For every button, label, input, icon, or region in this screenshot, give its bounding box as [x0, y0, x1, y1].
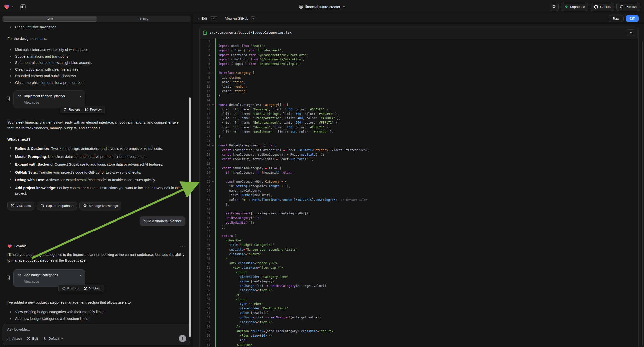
view-code-link[interactable]: View code [24, 100, 81, 104]
restore-button[interactable]: Restore [62, 286, 79, 290]
code-line: 37 }; [200, 202, 638, 206]
code-line: 56 className="flex-1" [200, 288, 638, 292]
code-line: 51 <div className="flex gap-4"> [200, 265, 638, 270]
fold-chevron-icon [210, 143, 215, 148]
gear-icon: ⚙ [552, 4, 556, 10]
publish-button[interactable]: Publish [616, 3, 640, 11]
exit-button[interactable]: ‹ Exit ESC [198, 16, 217, 21]
file-header[interactable]: src/components/budget/BudgetCategories.t… [200, 27, 638, 38]
code-line: 67 Add [200, 338, 638, 342]
line-number: 55 [200, 284, 210, 288]
chat-scrollbar[interactable] [189, 97, 191, 337]
fold-chevron-icon [210, 180, 215, 184]
code-line: 25 const [categories, setCategories] = R… [200, 148, 638, 152]
diff-toggle-button[interactable]: Diff [626, 15, 638, 22]
code-line: 33 id: String(categories.length + 1), [200, 184, 638, 188]
lovable-menu-button[interactable] [4, 4, 10, 10]
external-link-icon [85, 108, 88, 111]
card-actions-pill: Restore Preview [58, 284, 104, 292]
project-switcher[interactable]: financial-future-creator [299, 0, 345, 14]
mode-selector[interactable]: Default [43, 336, 63, 340]
preview-button[interactable]: Preview [84, 286, 100, 290]
line-number: 54 [200, 279, 210, 284]
code-line: 35 limit: Number(newLimit), [200, 193, 638, 198]
code-line: 64 /> [200, 324, 638, 329]
bookmark-icon[interactable] [6, 275, 10, 280]
code-line: 29 const handleAddCategory = () => { [200, 166, 638, 170]
user-message-bubble: build a financial planner [140, 216, 186, 226]
chevron-left-icon: ‹ [198, 16, 200, 21]
tab-chat[interactable]: Chat [3, 16, 97, 22]
code-line: 11 limit: number; [200, 84, 638, 89]
line-number: 52 [200, 270, 210, 274]
code-line: 40 setNewCategory(''); [200, 216, 638, 220]
whats-next-heading: What's next? [8, 137, 186, 142]
sidebar-toggle-button[interactable] [20, 4, 26, 10]
chat-input[interactable] [7, 327, 187, 332]
list-item: Soft, neutral color palette with light b… [8, 61, 186, 65]
line-number: 47 [200, 248, 210, 252]
github-button[interactable]: GitHub [591, 3, 614, 11]
line-number: 35 [200, 193, 210, 198]
line-number: 24 [200, 143, 210, 148]
code-line: 26 const [newCategory, setNewCategory] =… [200, 152, 638, 157]
edit-button[interactable]: Edit [27, 336, 38, 340]
tab-history[interactable]: History [97, 16, 190, 22]
implement-financial-planner-card[interactable]: <> Implement financial planner › View co… [14, 90, 85, 108]
list-item: Rounded corners and subtle shadows [8, 74, 186, 78]
list-item: View existing budget categories with the… [8, 310, 186, 314]
manage-knowledge-button[interactable]: Manage knowledge [80, 202, 122, 210]
sliders-icon [43, 337, 47, 340]
raw-toggle-button[interactable]: Raw [609, 15, 624, 22]
code-line: 48 className="h-auto" [200, 252, 638, 256]
bookmark-icon[interactable] [6, 96, 10, 101]
code-editor[interactable]: 12import React from 'react';3import { Pl… [200, 38, 638, 347]
code-line: 42 }; [200, 225, 638, 229]
top-bar: financial-future-creator ⚙ Supabase GitH… [0, 0, 644, 14]
code-line: 23 [200, 139, 638, 143]
collapse-file-button[interactable] [627, 29, 635, 36]
line-number: 15 [200, 102, 210, 107]
visit-docs-button[interactable]: Visit docs [8, 202, 34, 210]
restore-icon [64, 108, 67, 111]
line-number: 16 [200, 107, 210, 112]
list-item: Glass-morphic elements for a premium fee… [8, 81, 186, 85]
attach-button[interactable]: Attach [7, 336, 22, 340]
view-code-link[interactable]: View code [24, 280, 81, 283]
preview-button[interactable]: Preview [85, 108, 102, 111]
code-line: 41 setNewLimit(''); [200, 220, 638, 225]
code-line: 44 return ( [200, 234, 638, 238]
chat-message-list[interactable]: Clean, intuitive navigation For the desi… [0, 22, 193, 322]
quick-action-buttons: Visit docsExplore SupabaseManage knowled… [8, 202, 186, 210]
line-number: 45 [200, 238, 210, 243]
list-item: GitHub Sync: Transfer your project's cod… [8, 170, 186, 175]
line-number: 2 [200, 44, 210, 48]
code-line: 14 [200, 98, 638, 102]
publish-globe-icon [620, 5, 624, 9]
line-number: 34 [200, 188, 210, 193]
line-number: 36 [200, 198, 210, 202]
line-number: 27 [200, 157, 210, 161]
line-number: 28 [200, 161, 210, 166]
code-line: 45 <ChartCard [200, 238, 638, 243]
send-button[interactable] [179, 335, 186, 342]
diff-added-gutter-bar [215, 38, 216, 347]
explore-supabase-button[interactable]: Explore Supabase [37, 202, 77, 210]
assistant-intro: I'll help you add budget categories to t… [8, 252, 185, 263]
supabase-button[interactable]: Supabase [561, 3, 588, 11]
code-scrollbar[interactable] [642, 41, 643, 345]
code-line: 53 placeholder="Category name" [200, 274, 638, 279]
composer: Attach Edit Default [3, 324, 190, 345]
settings-button[interactable]: ⚙ [550, 3, 558, 11]
project-globe-icon [299, 5, 303, 9]
add-budget-categories-card[interactable]: <> Add budget categories › View code [14, 269, 85, 287]
line-number: 40 [200, 216, 210, 220]
code-line: 52 <Input [200, 270, 638, 274]
view-on-github-button[interactable]: View on GitHub G [224, 16, 257, 21]
line-number: 6 [200, 62, 210, 66]
restore-button[interactable]: Restore [64, 108, 80, 111]
chevron-right-icon: › [80, 273, 81, 277]
message-menu-icon[interactable]: ··· [180, 244, 186, 248]
chevron-down-icon[interactable] [12, 6, 14, 8]
code-line: 49 > [200, 256, 638, 261]
